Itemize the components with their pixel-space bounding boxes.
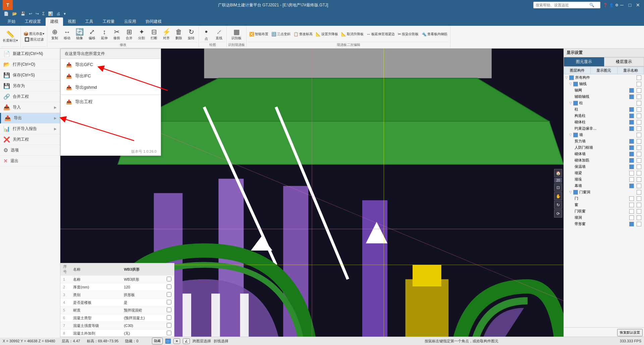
rb-copy[interactable]: ⊕ 复制 <box>49 27 61 41</box>
tree-node-insulation-wall[interactable]: 保温墙 <box>564 163 644 170</box>
search-bar[interactable]: 🔍 <box>533 2 600 8</box>
rb-line[interactable]: ⟋ 直线 <box>213 27 225 41</box>
view-tool-fit[interactable]: ⊡ <box>554 183 562 191</box>
tree-node-door[interactable]: 门 <box>564 195 644 202</box>
tree-node-wall-opening[interactable]: 墙洞 <box>564 214 644 221</box>
qa-redo[interactable]: ↪ <box>35 11 40 16</box>
check-aux-axis[interactable] <box>629 94 634 99</box>
prop-check-7[interactable] <box>167 323 171 328</box>
tree-node-door-window[interactable]: ▽ 门窗洞 <box>564 189 644 195</box>
tree-node-door-window-combo[interactable]: 门联窗 <box>564 208 644 214</box>
check-name-axis[interactable] <box>637 82 641 86</box>
view-tool-rotate[interactable]: ⟳ <box>554 209 562 217</box>
view-tool-pan[interactable]: ✋ <box>554 192 562 200</box>
qa-report[interactable]: 📊 <box>47 11 54 16</box>
view-tool-orbit[interactable]: ↻ <box>554 201 562 209</box>
sidebar-merge[interactable]: 🔗 合并工程 <box>0 91 60 102</box>
fold-select[interactable]: 折线选择 <box>214 339 228 344</box>
rb-extend-wall[interactable]: ↔ 板延伸至墙梁边 <box>365 31 396 37</box>
tree-node-shear-wall[interactable]: 剪力墙 <box>564 138 644 144</box>
tab-collab[interactable]: 协同建模 <box>141 17 166 26</box>
check-name-all[interactable] <box>637 75 641 80</box>
sidebar-import-report[interactable]: 📊 打开导入报告 ▶ <box>0 124 60 134</box>
sidebar-save-as[interactable]: 💾 另存为 <box>0 81 60 91</box>
sidebar-export[interactable]: 📤 导出 ▶ <box>0 113 60 124</box>
qa-more[interactable]: ▾ <box>63 11 67 16</box>
dropdown-export-ifc[interactable]: 📤 导出IFC <box>61 70 161 82</box>
qa-sum[interactable]: Σ <box>41 11 46 16</box>
prop-check-6[interactable] <box>167 315 171 320</box>
tree-node-curtain[interactable]: 幕墙 <box>564 183 644 189</box>
tab-tools[interactable]: 工具 <box>80 17 98 26</box>
rb-split-by-beam[interactable]: ✂ 按染分割板 <box>396 31 420 37</box>
sidebar-exit[interactable]: ✕ 退出 <box>0 156 60 166</box>
rb-cancel-raise[interactable]: 📐 取消升降板 <box>340 31 365 37</box>
rb-trim[interactable]: ✂ 修剪 <box>111 27 123 41</box>
prop-check-2[interactable] <box>167 284 171 289</box>
rb-break[interactable]: ⊟ 打断 <box>148 27 160 41</box>
rb-smart-place[interactable]: 🔀 智能布置 <box>248 31 270 37</box>
tree-node-civil-def-wall[interactable]: 人防门框墙 <box>564 144 644 151</box>
tab-element-display[interactable]: 图元显示 <box>564 57 604 66</box>
rb-length-mark[interactable]: 📏 长度标注▾ <box>1 29 19 44</box>
tree-node-aux-axis[interactable]: 辅助轴线 <box>564 93 644 100</box>
check-constraint-col[interactable] <box>629 126 634 131</box>
qa-open[interactable]: 📂 <box>11 11 18 16</box>
check-wall-opening[interactable] <box>629 215 634 220</box>
settings-icon[interactable]: ⚙ <box>615 3 619 7</box>
tree-node-wall[interactable]: ▽ 墙 <box>564 132 644 138</box>
rb-delete[interactable]: 🗑 删除 <box>173 27 185 41</box>
rb-merge[interactable]: ⊞ 合并 <box>123 27 135 41</box>
restore-defaults-button[interactable]: 恢复默认设置 <box>617 329 643 336</box>
check-door-window[interactable] <box>573 190 578 195</box>
tree-node-constraint-col[interactable]: 约束边缘非… <box>564 125 644 132</box>
qa-undo[interactable]: ↩ <box>28 11 33 16</box>
tree-node-wall-pier[interactable]: 墙垛 <box>564 176 644 183</box>
user-btn[interactable]: 👤 <box>609 3 614 7</box>
tab-settings[interactable]: 工程设置 <box>20 17 46 26</box>
check-axis[interactable] <box>573 82 578 86</box>
rb-align[interactable]: ⚡ 对齐 <box>160 27 172 41</box>
qa-save[interactable]: 💾 <box>19 11 26 16</box>
check-wall-beam[interactable] <box>629 171 634 176</box>
check-civil-def-wall[interactable] <box>629 145 634 150</box>
check-window[interactable] <box>629 203 634 207</box>
tree-node-grid[interactable]: 轴网 <box>564 87 644 93</box>
rb-rotate[interactable]: ↻ 旋转 <box>185 27 197 41</box>
select-rect-btn[interactable]: □ <box>165 339 171 344</box>
rb-three-point[interactable]: 🔢 三点变斜 <box>270 31 292 37</box>
tree-node-col[interactable]: 柱 <box>564 106 644 113</box>
prop-check-5[interactable] <box>167 307 171 312</box>
dropdown-export-project[interactable]: 📤 导出工程 <box>61 96 161 108</box>
check-col[interactable] <box>629 107 634 112</box>
prop-check-1[interactable] <box>167 277 171 281</box>
tree-node-struct-col[interactable]: 构造柱 <box>564 113 644 119</box>
app-logo[interactable]: T <box>3 0 13 10</box>
tree-node-axis[interactable]: ▽ 轴线 <box>564 81 644 87</box>
rb-view-rebar[interactable]: 🔩 查看板内钢筋 <box>420 31 449 37</box>
check-all[interactable] <box>569 75 574 80</box>
rb-point[interactable]: • 点 <box>200 26 212 42</box>
check-masonry-rebar[interactable] <box>629 158 634 163</box>
help-btn[interactable]: ❓ <box>603 3 608 7</box>
sidebar-close[interactable]: ❌ 关闭工程 <box>0 134 60 145</box>
rb-change-elevation[interactable]: 📋 查改标高 <box>292 31 314 37</box>
check-name-column[interactable] <box>637 101 641 106</box>
sidebar-open[interactable]: 📂 打开(Ctrl+O) <box>0 59 60 70</box>
draw-mode-btn[interactable]: ∠ <box>183 338 190 344</box>
check-masonry-wall[interactable] <box>629 152 634 156</box>
tree-node-wall-beam[interactable]: 墙梁 <box>564 170 644 176</box>
check-struct-col[interactable] <box>629 114 634 118</box>
tree-node-all[interactable]: ▽ 所有构件 <box>564 74 644 81</box>
check-shear-wall[interactable] <box>629 139 634 144</box>
tab-floor-display[interactable]: 楼层显示 <box>604 57 644 66</box>
check-door-window-combo[interactable] <box>629 209 634 214</box>
tree-node-window[interactable]: 窗 <box>564 202 644 208</box>
rb-offset[interactable]: ⤢ 偏移 <box>86 27 98 41</box>
tab-build[interactable]: 建模 <box>46 17 63 26</box>
check-wall-pier[interactable] <box>629 177 634 182</box>
prop-check-3[interactable] <box>167 292 171 297</box>
qa-new[interactable]: 📄 <box>3 11 10 16</box>
tab-cloud[interactable]: 云应用 <box>119 17 141 26</box>
rb-store[interactable]: 📦 图元存盘▾ <box>22 31 46 37</box>
